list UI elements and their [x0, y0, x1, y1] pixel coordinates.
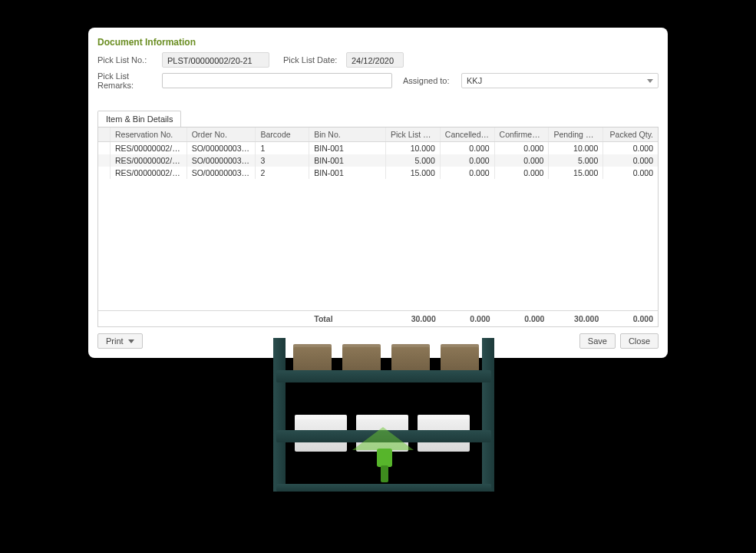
col-barcode[interactable]: Barcode: [256, 127, 309, 141]
cell: 3: [256, 154, 309, 167]
cell: SO/00000003/20-21: [187, 154, 256, 167]
cell: 2: [256, 167, 309, 179]
total-label: Total: [309, 311, 386, 326]
cell: 10.000: [549, 142, 603, 154]
col-confirmed-qty[interactable]: Confirmed Qty.: [495, 127, 550, 141]
cell: 0.000: [441, 142, 495, 154]
label-pick-list-no: Pick List No.:: [97, 55, 157, 65]
cell: 0.000: [603, 142, 658, 154]
section-title: Document Information: [97, 37, 659, 48]
field-pick-list-remarks[interactable]: [162, 73, 392, 88]
col-pending-qty[interactable]: Pending Qty.: [549, 127, 603, 141]
barcode-scanner-icon: [372, 438, 395, 484]
col-bin-no[interactable]: Bin No.: [309, 127, 386, 141]
cell: [98, 154, 111, 167]
warehouse-illustration: [276, 338, 491, 507]
cell: 15.000: [386, 167, 441, 179]
cell: 0.000: [495, 167, 550, 179]
cell: 0.000: [441, 154, 495, 167]
total-cancelled-qty: 0.000: [441, 311, 495, 326]
cell: RES/00000002/20-21: [111, 167, 187, 179]
grid-header: Reservation No. Order No. Barcode Bin No…: [98, 127, 658, 142]
label-pick-list-date: Pick List Date:: [283, 55, 342, 65]
rack-post-icon: [482, 338, 494, 492]
col-order-no[interactable]: Order No.: [187, 127, 256, 141]
cell: 5.000: [386, 154, 441, 167]
cell: BIN-001: [309, 142, 386, 154]
tabbar: Item & Bin Details: [97, 111, 659, 127]
rack-post-icon: [273, 338, 286, 492]
cell: SO/00000003/20-21: [187, 142, 256, 154]
total-pending-qty: 30.000: [549, 311, 603, 326]
total-pick-list-qty: 30.000: [386, 311, 441, 326]
table-row[interactable]: RES/00000002/20-21SO/00000003/20-212BIN-…: [98, 167, 658, 179]
total-confirmed-qty: 0.000: [495, 311, 550, 326]
form-row-1: Pick List No.: PLST/00000002/20-21 Pick …: [97, 52, 659, 68]
grid-item-bin-details: Reservation No. Order No. Barcode Bin No…: [97, 127, 659, 327]
chevron-down-icon: [647, 79, 653, 83]
col-packed-qty[interactable]: Packed Qty.: [603, 127, 658, 141]
cell: [98, 142, 111, 154]
total-packed-qty: 0.000: [603, 311, 658, 326]
pick-list-window: Document Information Pick List No.: PLST…: [88, 28, 668, 358]
chevron-down-icon: [128, 339, 134, 343]
cell: 10.000: [386, 142, 441, 154]
col-reservation-no[interactable]: Reservation No.: [111, 127, 187, 141]
label-pick-list-remarks: Pick List Remarks:: [97, 71, 157, 90]
cell: 0.000: [495, 154, 550, 167]
form-row-2: Pick List Remarks: Assigned to: KKJ: [97, 71, 659, 90]
save-button[interactable]: Save: [579, 333, 616, 349]
close-button[interactable]: Close: [620, 333, 659, 349]
rack-base-icon: [276, 484, 491, 492]
cell: BIN-001: [309, 154, 386, 167]
grid-body[interactable]: RES/00000002/20-21SO/00000003/20-211BIN-…: [98, 142, 658, 310]
cell: SO/00000003/20-21: [187, 167, 256, 179]
table-row[interactable]: RES/00000002/20-21SO/00000003/20-213BIN-…: [98, 154, 658, 167]
col-handle: [98, 127, 111, 141]
select-assigned-to-value: KKJ: [467, 76, 647, 85]
label-assigned-to: Assigned to:: [403, 76, 457, 85]
cell: 1: [256, 142, 309, 154]
table-row[interactable]: RES/00000002/20-21SO/00000003/20-211BIN-…: [98, 142, 658, 154]
rack-shelf-icon: [276, 370, 491, 382]
field-pick-list-no: PLST/00000002/20-21: [162, 52, 269, 68]
print-button-label: Print: [106, 336, 124, 346]
cell: RES/00000002/20-21: [111, 154, 187, 167]
cell: 0.000: [603, 167, 658, 179]
field-pick-list-date: 24/12/2020: [346, 52, 404, 68]
select-assigned-to[interactable]: KKJ: [461, 73, 659, 88]
tab-item-bin-details[interactable]: Item & Bin Details: [97, 111, 181, 127]
grid-total-row: Total 30.000 0.000 0.000 30.000 0.000: [98, 310, 658, 326]
cell: RES/00000002/20-21: [111, 142, 187, 154]
cell: 0.000: [441, 167, 495, 179]
cell: 15.000: [549, 167, 603, 179]
col-cancelled-qty[interactable]: Cancelled Qty.: [441, 127, 495, 141]
cell: 0.000: [495, 142, 550, 154]
print-button[interactable]: Print: [97, 333, 143, 349]
cell: BIN-001: [309, 167, 386, 179]
col-pick-list-qty[interactable]: Pick List Qty.: [386, 127, 441, 141]
cell: 0.000: [603, 154, 658, 167]
cell: 5.000: [549, 154, 603, 167]
cell: [98, 167, 111, 179]
